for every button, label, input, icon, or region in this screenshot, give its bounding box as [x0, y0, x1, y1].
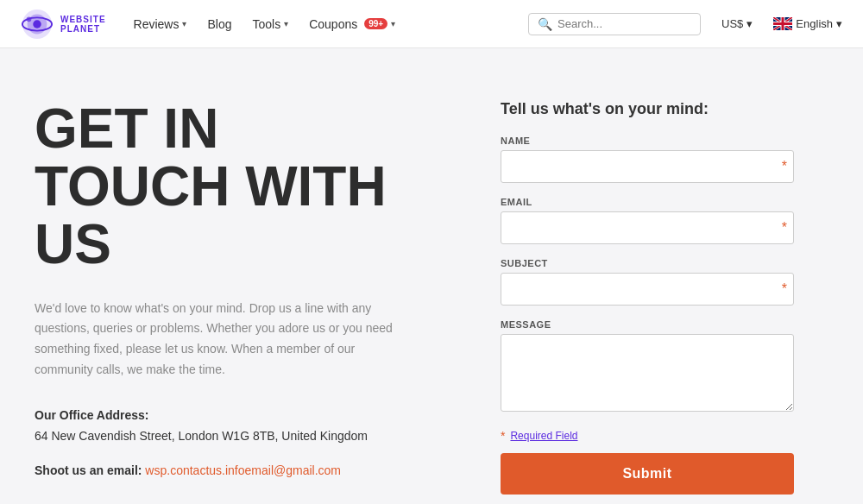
svg-point-3: [33, 20, 41, 28]
contact-form: NAME * EMAIL * SUBJECT *: [501, 135, 794, 495]
subject-input[interactable]: [501, 273, 794, 306]
chevron-down-icon: ▾: [836, 17, 842, 30]
form-title: Tell us what's on your mind:: [501, 100, 794, 118]
email-line: Shoot us an email: wsp.contactus.infoema…: [35, 463, 449, 477]
name-input[interactable]: [501, 150, 794, 183]
required-note-text: Required Field: [510, 430, 577, 442]
nav-reviews[interactable]: Reviews ▾: [134, 17, 187, 31]
chevron-down-icon: ▾: [391, 19, 395, 28]
name-input-wrapper: *: [501, 150, 794, 183]
language-selector[interactable]: English ▾: [773, 17, 842, 30]
page-heading: GET IN TOUCH WITH US: [35, 100, 449, 274]
subject-label: SUBJECT: [501, 258, 794, 268]
email-field-group: EMAIL *: [501, 197, 794, 244]
required-note: * Required Field: [501, 429, 794, 443]
name-field-group: NAME *: [501, 135, 794, 183]
logo-link[interactable]: WEBSITE PLANET: [21, 8, 106, 41]
main-content: GET IN TOUCH WITH US We'd love to know w…: [0, 48, 863, 504]
search-bar[interactable]: 🔍: [528, 13, 701, 35]
chevron-down-icon: ▾: [284, 19, 288, 28]
office-label: Our Office Address:: [35, 408, 449, 422]
search-input[interactable]: [557, 17, 691, 30]
uk-flag-icon: [773, 17, 792, 30]
navbar: WEBSITE PLANET Reviews ▾ Blog Tools ▾ Co…: [0, 0, 863, 48]
chevron-down-icon: ▾: [746, 17, 753, 30]
logo-text: WEBSITE PLANET: [60, 15, 106, 34]
logo-icon: [21, 8, 54, 41]
office-address: 64 New Cavendish Street, London W1G 8TB,…: [35, 429, 449, 443]
nav-blog[interactable]: Blog: [207, 17, 231, 31]
page-description: We'd love to know what's on your mind. D…: [35, 299, 397, 381]
currency-selector[interactable]: US$ ▾: [721, 17, 753, 30]
svg-point-4: [27, 16, 32, 22]
left-section: GET IN TOUCH WITH US We'd love to know w…: [35, 100, 449, 495]
name-label: NAME: [501, 135, 794, 146]
coupons-badge: 99+: [364, 18, 387, 29]
required-note-star: *: [501, 429, 505, 443]
contact-form-section: Tell us what's on your mind: NAME * EMAI…: [501, 100, 794, 495]
message-textarea[interactable]: [501, 334, 794, 412]
email-input-wrapper: *: [501, 211, 794, 244]
email-link[interactable]: wsp.contactus.infoemail@gmail.com: [145, 463, 341, 477]
message-label: MESSAGE: [501, 319, 794, 330]
nav-coupons[interactable]: Coupons 99+ ▾: [309, 17, 395, 31]
email-label: Shoot us an email:: [35, 463, 142, 477]
nav-tools[interactable]: Tools ▾: [253, 17, 289, 31]
chevron-down-icon: ▾: [182, 19, 186, 28]
submit-button[interactable]: Submit: [501, 453, 794, 495]
message-field-group: MESSAGE: [501, 319, 794, 415]
email-label-field: EMAIL: [501, 197, 794, 207]
search-icon: 🔍: [538, 17, 552, 31]
email-input[interactable]: [501, 211, 794, 244]
required-field-link[interactable]: Required Field: [510, 430, 577, 442]
subject-field-group: SUBJECT *: [501, 258, 794, 306]
subject-input-wrapper: *: [501, 273, 794, 306]
